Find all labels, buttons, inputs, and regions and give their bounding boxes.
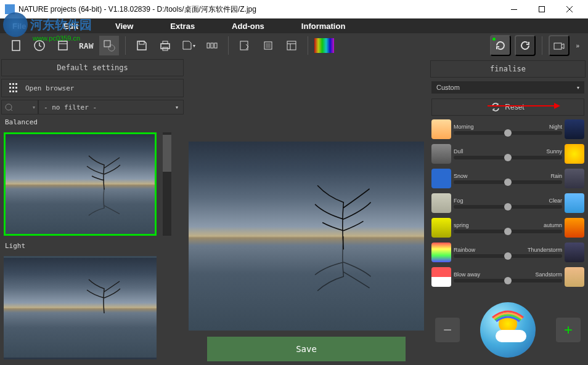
finalise-button[interactable]: finalise <box>430 60 586 78</box>
slider-thumb[interactable] <box>504 178 512 186</box>
save-button[interactable]: Save <box>207 337 406 361</box>
slider-left-icon[interactable] <box>431 218 451 238</box>
slider-left-label: Rainbow <box>454 247 475 253</box>
slider-track[interactable] <box>454 230 562 233</box>
main-preview-image[interactable] <box>189 142 424 331</box>
chevron-down-icon: ▾ <box>577 85 579 90</box>
export-icon[interactable] <box>235 36 255 55</box>
slider-row-fog: FogClear <box>431 192 584 214</box>
timeline-icon[interactable] <box>202 36 222 55</box>
close-button[interactable] <box>555 0 583 18</box>
svg-rect-2 <box>12 41 20 50</box>
menu-addons[interactable]: Add-ons <box>232 22 264 31</box>
slider-row-rainbow: RainbowThunderstorm <box>431 241 584 263</box>
camera-icon[interactable] <box>549 35 570 56</box>
svg-rect-18 <box>554 43 561 49</box>
slider-right-icon[interactable] <box>565 193 584 213</box>
slider-right-label: Sandstorm <box>535 271 562 278</box>
svg-rect-5 <box>104 41 110 47</box>
slider-right-label: Clear <box>549 198 562 204</box>
reset-button[interactable]: Reset <box>431 98 584 116</box>
preset-light-thumb[interactable] <box>4 256 157 359</box>
chevron-down-icon: ▾ <box>176 105 178 110</box>
slider-right-icon[interactable] <box>565 119 584 139</box>
filter-dropdown[interactable]: - no filter - ▾ <box>38 100 184 114</box>
balanced-label: Balanced <box>0 116 185 129</box>
save2-icon[interactable]: ▾ <box>179 36 198 55</box>
slider-right-icon[interactable] <box>565 218 584 238</box>
refresh-auto-icon[interactable] <box>490 35 511 56</box>
zoom-in-button[interactable]: + <box>556 318 581 342</box>
slider-left-icon[interactable] <box>431 119 451 139</box>
toolbar-chevron-icon[interactable]: » <box>573 42 582 49</box>
center-panel: Save <box>185 58 428 365</box>
slider-thumb[interactable] <box>504 277 512 284</box>
slider-left-icon[interactable] <box>431 193 451 213</box>
svg-rect-11 <box>207 43 210 48</box>
minimize-button[interactable] <box>500 0 528 18</box>
default-settings-button[interactable]: Default settings <box>1 59 184 76</box>
preset-dropdown[interactable]: Custom ▾ <box>431 81 584 94</box>
slider-row-morning: MorningNight <box>431 118 584 140</box>
slider-track[interactable] <box>454 131 562 135</box>
slider-thumb[interactable] <box>504 228 512 235</box>
svg-rect-4 <box>59 41 67 50</box>
slider-right-label: Thunderstorm <box>528 247 562 253</box>
slider-right-icon[interactable] <box>565 144 584 164</box>
slider-row-blow away: Blow awaySandstorm <box>431 266 584 288</box>
menu-extras[interactable]: Extras <box>170 22 195 31</box>
annotation-arrow <box>488 105 555 106</box>
slider-left-label: Snow <box>454 173 468 179</box>
slider-left-icon[interactable] <box>431 169 451 188</box>
slider-left-icon[interactable] <box>431 267 451 287</box>
slider-right-icon[interactable] <box>565 267 584 287</box>
slider-track[interactable] <box>454 205 562 209</box>
svg-rect-8 <box>161 44 169 49</box>
open-browser-button[interactable]: Open browser <box>1 79 184 97</box>
histogram-icon[interactable] <box>314 36 334 55</box>
slider-row-snow: SnowRain <box>431 167 584 190</box>
panel-icon[interactable] <box>282 36 301 55</box>
menu-information[interactable]: Information <box>301 22 346 31</box>
left-scrollbar[interactable] <box>163 132 171 236</box>
svg-rect-0 <box>511 9 517 10</box>
eyedropper-tool[interactable]: ▾ <box>1 100 38 114</box>
watermark-overlay: 河东软件园 www.pc0359.cn <box>3 12 92 42</box>
slider-left-icon[interactable] <box>431 144 451 164</box>
slider-thumb[interactable] <box>504 203 512 211</box>
slider-right-label: autumn <box>544 222 562 228</box>
grid-dots-icon <box>6 83 20 93</box>
slider-track[interactable] <box>454 180 562 184</box>
weather-orb-button[interactable] <box>480 302 536 358</box>
left-panel: Default settings Open browser ▾ - no fil… <box>0 58 185 365</box>
slider-left-icon[interactable] <box>431 243 451 262</box>
slider-track[interactable] <box>454 254 562 258</box>
zoom-out-button[interactable]: − <box>435 318 460 342</box>
eyedropper-icon <box>4 103 13 111</box>
svg-rect-17 <box>287 41 296 50</box>
svg-rect-1 <box>539 7 544 12</box>
menu-view[interactable]: View <box>115 22 133 31</box>
refresh-icon[interactable] <box>515 35 536 56</box>
preferences-icon[interactable] <box>99 36 119 55</box>
slider-thumb[interactable] <box>504 129 512 137</box>
slider-right-label: Sunny <box>546 148 562 154</box>
light-label: Light <box>0 239 185 252</box>
slider-track[interactable] <box>454 279 562 283</box>
slider-right-icon[interactable] <box>565 169 584 188</box>
svg-rect-13 <box>214 43 217 48</box>
slider-right-icon[interactable] <box>565 243 584 262</box>
slider-thumb[interactable] <box>504 252 512 260</box>
slider-left-label: Blow away <box>454 271 480 278</box>
preset-balanced-thumb[interactable] <box>4 132 157 236</box>
maximize-button[interactable] <box>528 0 555 18</box>
save-icon[interactable] <box>132 36 152 55</box>
slider-left-label: Fog <box>454 198 463 204</box>
print-icon[interactable] <box>155 36 175 55</box>
slider-thumb[interactable] <box>504 154 512 161</box>
slider-track[interactable] <box>454 156 562 159</box>
crop-icon[interactable] <box>258 36 278 55</box>
slider-right-label: Rain <box>550 173 562 179</box>
slider-row-dull: DullSunny <box>431 143 584 165</box>
slider-right-label: Night <box>549 124 562 130</box>
